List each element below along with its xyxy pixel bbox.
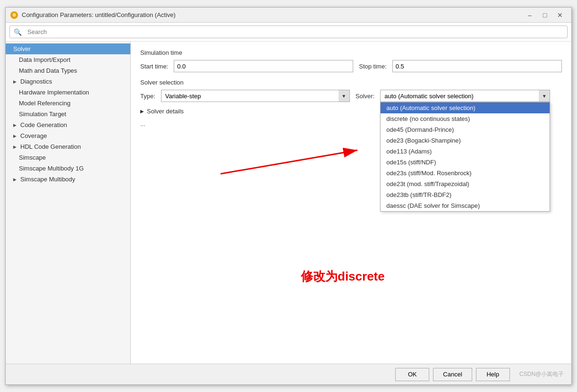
solver-dropdown-menu: auto (Automatic solver selection) discre…: [380, 102, 550, 212]
watermark-text: CSDN@小嵩电子: [519, 370, 564, 378]
solver-option-auto[interactable]: auto (Automatic solver selection): [381, 102, 550, 113]
sidebar-item-label: Simscape Multibody: [20, 176, 75, 183]
solver-option-ode23tb[interactable]: ode23tb (stiff/TR-BDF2): [381, 189, 550, 200]
stop-time-input[interactable]: [392, 60, 562, 72]
sidebar-item-label: Model Referencing: [19, 100, 70, 107]
app-icon: ⚙: [10, 11, 18, 19]
sidebar-item-hardware-implementation[interactable]: Hardware Implementation: [6, 87, 130, 98]
help-button[interactable]: Help: [476, 368, 510, 381]
annotation-text: 修改为discrete: [301, 269, 385, 283]
start-time-input[interactable]: [174, 60, 353, 72]
type-dropdown[interactable]: Variable-step Fixed-step: [161, 90, 350, 102]
right-panel: Simulation time Start time: Stop time: S…: [131, 42, 571, 364]
solver-details-arrow-icon: ▶: [140, 109, 144, 114]
simulation-time-row: Start time: Stop time:: [140, 60, 562, 72]
sidebar: Solver Data Import/Export Math and Data …: [6, 42, 131, 364]
sidebar-item-label: Coverage: [20, 132, 47, 139]
window-title: Configuration Parameters: untitled/Confi…: [22, 11, 176, 18]
solver-label: Solver:: [356, 93, 374, 100]
sidebar-item-code-generation[interactable]: Code Generation: [6, 119, 130, 130]
sidebar-item-simscape[interactable]: Simscape: [6, 152, 130, 163]
stop-time-label: Stop time:: [359, 63, 387, 70]
sidebar-item-label: Math and Data Types: [19, 67, 77, 74]
sidebar-item-label: Diagnostics: [20, 78, 52, 85]
start-time-label: Start time:: [140, 63, 168, 70]
sidebar-item-solver[interactable]: Solver: [6, 43, 130, 54]
solver-option-ode15s[interactable]: ode15s (stiff/NDF): [381, 157, 550, 168]
solver-option-discrete[interactable]: discrete (no continuous states): [381, 113, 550, 124]
sidebar-item-label: Simulation Target: [19, 111, 66, 118]
sidebar-item-data-import-export[interactable]: Data Import/Export: [6, 54, 130, 65]
sidebar-item-simulation-target[interactable]: Simulation Target: [6, 109, 130, 119]
cancel-button[interactable]: Cancel: [433, 368, 472, 381]
minimize-button[interactable]: –: [523, 10, 536, 20]
solver-option-ode23[interactable]: ode23 (Bogacki-Shampine): [381, 135, 550, 146]
sidebar-item-label: Simscape Multibody 1G: [19, 165, 84, 172]
sidebar-item-label: Solver: [13, 45, 31, 52]
solver-option-daessc[interactable]: daessc (DAE solver for Simscape): [381, 200, 550, 211]
main-window: ⚙ Configuration Parameters: untitled/Con…: [5, 7, 572, 385]
search-input[interactable]: [25, 27, 563, 36]
main-content: Solver Data Import/Export Math and Data …: [6, 42, 571, 364]
solver-selection-label: Solver selection: [140, 79, 562, 86]
solver-option-ode23t[interactable]: ode23t (mod. stiff/Trapezoidal): [381, 179, 550, 189]
title-bar: ⚙ Configuration Parameters: untitled/Con…: [6, 8, 571, 23]
svg-line-1: [221, 150, 357, 174]
solver-option-ode45[interactable]: ode45 (Dormand-Prince): [381, 124, 550, 135]
title-bar-left: ⚙ Configuration Parameters: untitled/Con…: [10, 11, 176, 19]
sidebar-item-simscape-multibody[interactable]: Simscape Multibody: [6, 174, 130, 185]
sidebar-item-math-data-types[interactable]: Math and Data Types: [6, 65, 130, 76]
red-arrow-svg: [221, 145, 381, 193]
bottom-bar: OK Cancel Help CSDN@小嵩电子: [6, 364, 571, 384]
search-icon: 🔍: [14, 28, 22, 36]
ok-button[interactable]: OK: [395, 368, 429, 381]
sidebar-item-label: Code Generation: [20, 121, 67, 128]
type-dropdown-wrap: Variable-step Fixed-step ▼: [161, 90, 350, 102]
search-bar: 🔍: [6, 23, 571, 42]
sidebar-item-model-referencing[interactable]: Model Referencing: [6, 98, 130, 109]
type-label: Type:: [140, 93, 155, 100]
window-controls: – □ ✕: [523, 10, 567, 20]
sidebar-item-label: Data Import/Export: [19, 56, 70, 63]
sidebar-item-diagnostics[interactable]: Diagnostics: [6, 76, 130, 87]
simulation-time-label: Simulation time: [140, 49, 562, 56]
solver-row: Type: Variable-step Fixed-step ▼ Solver:…: [140, 90, 562, 102]
sidebar-item-label: Hardware Implementation: [19, 89, 89, 96]
sidebar-item-label: HDL Code Generation: [20, 143, 81, 150]
sidebar-item-coverage[interactable]: Coverage: [6, 130, 130, 141]
sidebar-item-hdl-code-generation[interactable]: HDL Code Generation: [6, 141, 130, 152]
solver-option-ode113[interactable]: ode113 (Adams): [381, 146, 550, 157]
close-button[interactable]: ✕: [553, 10, 567, 20]
annotation-container: 修改为discrete: [206, 164, 290, 181]
solver-dropdown-wrap: auto (Automatic solver selection) ▼ auto…: [380, 90, 550, 102]
solver-details-label: Solver details: [147, 108, 184, 115]
sidebar-item-simscape-multibody-1g[interactable]: Simscape Multibody 1G: [6, 163, 130, 174]
sidebar-item-label: Simscape: [19, 154, 46, 161]
solver-option-ode23s[interactable]: ode23s (stiff/Mod. Rosenbrock): [381, 168, 550, 179]
search-input-wrap: 🔍: [9, 26, 568, 38]
solver-dropdown[interactable]: auto (Automatic solver selection): [380, 90, 550, 102]
maximize-button[interactable]: □: [538, 10, 552, 20]
